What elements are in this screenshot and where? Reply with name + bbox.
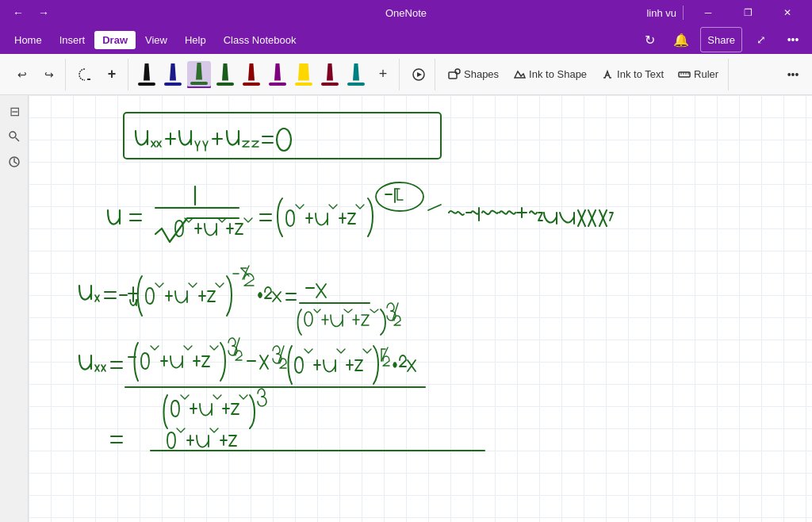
yellow-highlighter[interactable] xyxy=(292,62,316,87)
back-button[interactable]: ← xyxy=(6,0,30,25)
svg-line-9 xyxy=(16,138,20,142)
add-pen-button[interactable]: + xyxy=(370,62,396,87)
expand-button[interactable]: ⤢ xyxy=(749,27,774,52)
redo-button[interactable]: ↪ xyxy=(36,62,62,87)
window-controls[interactable]: ─ ❐ ✕ xyxy=(690,0,806,25)
svg-point-8 xyxy=(10,132,16,138)
ink-to-text-button[interactable]: Ink to Text xyxy=(595,65,670,84)
menubar: Home Insert Draw View Help Class Noteboo… xyxy=(0,25,812,54)
notifications-button[interactable]: 🔔 xyxy=(668,27,694,52)
user-area: linh vu ─ ❐ ✕ xyxy=(646,0,806,25)
minimize-button[interactable]: ─ xyxy=(690,0,726,25)
share-button[interactable]: Share xyxy=(700,27,742,52)
menu-class-notebook[interactable]: Class Notebook xyxy=(216,31,304,49)
restore-button[interactable]: ❐ xyxy=(730,0,766,25)
ink-to-shape-button[interactable]: Ink to Shape xyxy=(507,65,593,84)
toolbar: ↩ ↪ + xyxy=(0,54,812,95)
dark-red-pen[interactable] xyxy=(239,62,263,87)
pages-icon[interactable]: ⊟ xyxy=(5,102,24,121)
menu-view[interactable]: View xyxy=(137,31,175,49)
undo-redo-group: ↩ ↪ xyxy=(6,59,66,90)
maroon-pen[interactable] xyxy=(318,62,342,87)
black-pen[interactable] xyxy=(135,62,159,87)
menu-insert[interactable]: Insert xyxy=(52,31,94,49)
purple-pen[interactable] xyxy=(266,62,289,87)
svg-point-12 xyxy=(277,129,291,151)
more-options-button[interactable]: ••• xyxy=(780,62,806,87)
dark-blue-pen[interactable] xyxy=(161,62,185,87)
green-pen[interactable] xyxy=(187,61,211,88)
lasso-tool[interactable] xyxy=(72,62,98,87)
search-icon[interactable] xyxy=(5,127,24,146)
menu-draw[interactable]: Draw xyxy=(94,31,136,49)
close-button[interactable]: ✕ xyxy=(769,0,806,25)
sync-button[interactable]: ↻ xyxy=(637,27,662,52)
titlebar: ← → OneNote linh vu ─ ❐ ✕ xyxy=(0,0,812,25)
svg-rect-11 xyxy=(124,113,441,159)
history-icon[interactable] xyxy=(5,152,24,171)
app-title: OneNote xyxy=(385,7,427,19)
canvas-area[interactable] xyxy=(29,95,812,522)
tools-group: + xyxy=(69,59,128,90)
dark-green-pen[interactable] xyxy=(213,62,237,87)
menu-help[interactable]: Help xyxy=(177,31,214,49)
nav-buttons[interactable]: ← → xyxy=(6,0,56,25)
sidebar: ⊟ xyxy=(0,95,29,522)
math-svg xyxy=(29,95,812,522)
forward-button[interactable]: → xyxy=(32,0,56,25)
math-content xyxy=(29,95,812,522)
ink-tools-group xyxy=(403,59,435,90)
teal-pen[interactable] xyxy=(344,62,368,87)
shape-tools-group: Shapes Ink to Shape Ink to Text Ruler xyxy=(439,59,729,90)
ink-replay-button[interactable] xyxy=(406,62,431,87)
more-button[interactable]: ••• xyxy=(780,27,806,52)
svg-point-2 xyxy=(455,69,460,74)
eraser-tool[interactable]: + xyxy=(99,62,124,87)
undo-button[interactable]: ↩ xyxy=(10,62,35,87)
menu-home[interactable]: Home xyxy=(6,31,50,49)
shapes-button[interactable]: Shapes xyxy=(442,65,505,84)
pens-group: + xyxy=(132,59,400,90)
svg-point-13 xyxy=(376,182,423,211)
divider xyxy=(683,6,684,20)
ruler-button[interactable]: Ruler xyxy=(672,65,725,84)
user-name: linh vu xyxy=(646,7,676,19)
